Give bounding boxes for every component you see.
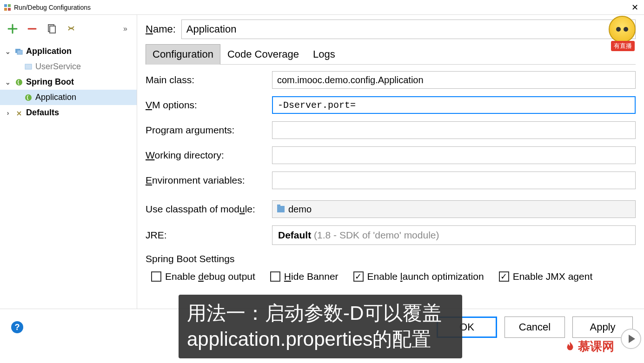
name-input[interactable] [181, 20, 636, 39]
chevron-down-icon: ⌄ [4, 48, 12, 55]
app-icon [4, 4, 11, 11]
checkbox-icon[interactable] [270, 271, 280, 282]
working-dir-input[interactable] [272, 146, 636, 164]
jre-label: JRE: [146, 230, 266, 241]
tab-logs[interactable]: Logs [306, 44, 342, 64]
right-panel: Name: Configuration Code Coverage Logs M… [137, 15, 644, 312]
tree-node-userservice[interactable]: UserService [0, 59, 137, 74]
flame-icon [564, 341, 576, 353]
checkbox-icon[interactable] [499, 271, 509, 282]
config-tree: ⌄ Application UserService ⌄ Spring Boot [0, 43, 137, 312]
svg-rect-1 [8, 4, 11, 7]
working-dir-label: Working directory: [146, 150, 266, 161]
copy-icon[interactable] [46, 24, 57, 34]
video-subtitle: 用法一：启动参数-D可以覆盖application.properties的配置 [179, 295, 462, 358]
play-next-button[interactable] [621, 329, 641, 349]
tree-node-spring-application[interactable]: Application [0, 90, 137, 105]
tree-label: UserService [35, 62, 81, 72]
brand-logo: 慕课网 [564, 338, 614, 355]
classpath-value: demo [288, 204, 312, 215]
collapse-icon[interactable]: » [123, 25, 127, 33]
main-class-input[interactable] [272, 71, 636, 89]
checkbox-icon[interactable] [353, 271, 364, 282]
jre-select[interactable]: Default (1.8 - SDK of 'demo' module) [272, 225, 636, 245]
vm-options-label: VM options: [146, 99, 266, 111]
tree-label: Application [35, 92, 76, 102]
folder-icon [277, 206, 285, 212]
tree-label: Defaults [26, 108, 59, 118]
titlebar: Run/Debug Configurations ✕ [0, 0, 644, 15]
svg-rect-8 [17, 50, 22, 54]
config-toolbar: » [0, 15, 137, 43]
remove-icon[interactable] [27, 24, 37, 34]
program-args-input[interactable] [272, 121, 636, 139]
tab-configuration[interactable]: Configuration [146, 44, 220, 65]
minion-eyes-icon [616, 27, 628, 32]
add-icon[interactable] [7, 24, 18, 34]
jre-value: Default (1.8 - SDK of 'demo' module) [278, 230, 439, 241]
tree-label: Spring Boot [26, 77, 74, 87]
checkbox-enable-debug[interactable]: Enable debug output [151, 271, 255, 282]
svg-rect-9 [25, 64, 32, 69]
classpath-select[interactable]: demo [272, 200, 636, 218]
checkbox-launch-opt[interactable]: Enable launch optimization [353, 271, 484, 282]
tab-code-coverage[interactable]: Code Coverage [220, 44, 306, 64]
spring-checkbox-row: Enable debug output Hide Banner Enable l… [146, 271, 636, 282]
spring-boot-icon [15, 78, 23, 86]
help-icon[interactable]: ? [11, 321, 23, 333]
avatar[interactable] [609, 16, 636, 43]
defaults-icon [15, 109, 23, 117]
checkbox-jmx-agent[interactable]: Enable JMX agent [499, 271, 593, 282]
vm-options-input[interactable] [272, 96, 636, 114]
tree-node-spring-boot-group[interactable]: ⌄ Spring Boot [0, 74, 137, 90]
env-vars-label: Environment variables: [146, 175, 266, 186]
svg-rect-5 [50, 26, 55, 33]
left-panel: » ⌄ Application UserService ⌄ [0, 15, 137, 312]
application-icon [24, 63, 33, 71]
application-group-icon [15, 47, 23, 56]
tabs-row: Configuration Code Coverage Logs [146, 44, 636, 65]
classpath-label: Use classpath of module: [146, 204, 266, 215]
window-title: Run/Debug Configurations [14, 4, 91, 11]
svg-rect-0 [4, 4, 7, 7]
cancel-button[interactable]: Cancel [505, 317, 565, 338]
svg-rect-3 [8, 8, 11, 11]
checkbox-icon[interactable] [151, 271, 161, 282]
env-vars-input[interactable] [272, 172, 636, 189]
settings-icon[interactable] [66, 24, 76, 34]
main-class-label: Main class: [146, 74, 266, 86]
svg-rect-2 [4, 8, 7, 11]
checkbox-hide-banner[interactable]: Hide Banner [270, 271, 339, 282]
chevron-right-icon: › [4, 109, 12, 117]
tree-node-defaults[interactable]: › Defaults [0, 105, 137, 120]
name-label: Name: [146, 23, 176, 35]
live-badge: 有直播 [611, 41, 635, 51]
spring-boot-icon [24, 93, 33, 102]
tree-node-application-group[interactable]: ⌄ Application [0, 44, 137, 59]
tree-label: Application [26, 46, 72, 56]
svg-point-6 [70, 27, 72, 29]
program-args-label: Program arguments: [146, 125, 266, 136]
chevron-down-icon: ⌄ [4, 79, 12, 86]
spring-section-label: Spring Boot Settings [146, 253, 636, 264]
close-icon[interactable]: ✕ [630, 2, 640, 13]
